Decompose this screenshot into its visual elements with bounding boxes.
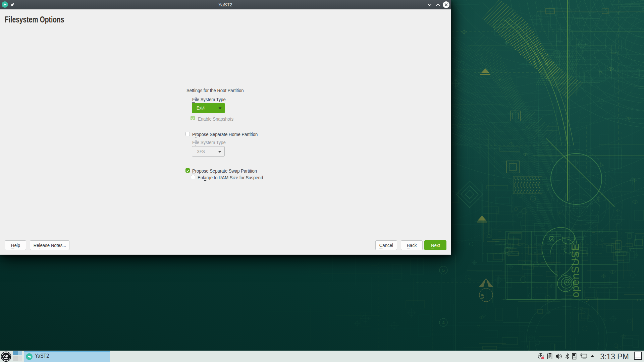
svg-text:B-B: B-B — [481, 294, 485, 299]
svg-text:5: 5 — [442, 268, 444, 273]
svg-text:4: 4 — [442, 320, 444, 325]
svg-text:openSUSE: openSUSE — [570, 244, 581, 298]
